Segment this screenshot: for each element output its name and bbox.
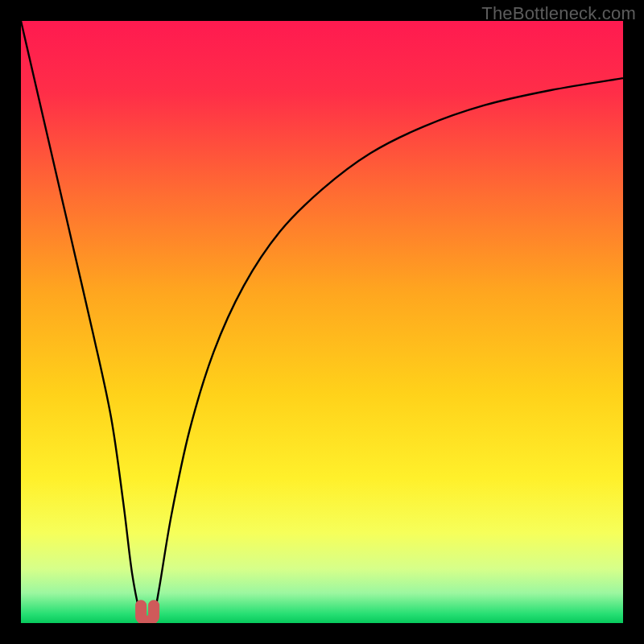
plot-area <box>21 21 623 623</box>
chart-frame: TheBottleneck.com <box>0 0 644 644</box>
watermark-text: TheBottleneck.com <box>481 3 636 24</box>
bottleneck-minimum-marker <box>141 605 154 621</box>
bottleneck-curve <box>21 21 623 623</box>
